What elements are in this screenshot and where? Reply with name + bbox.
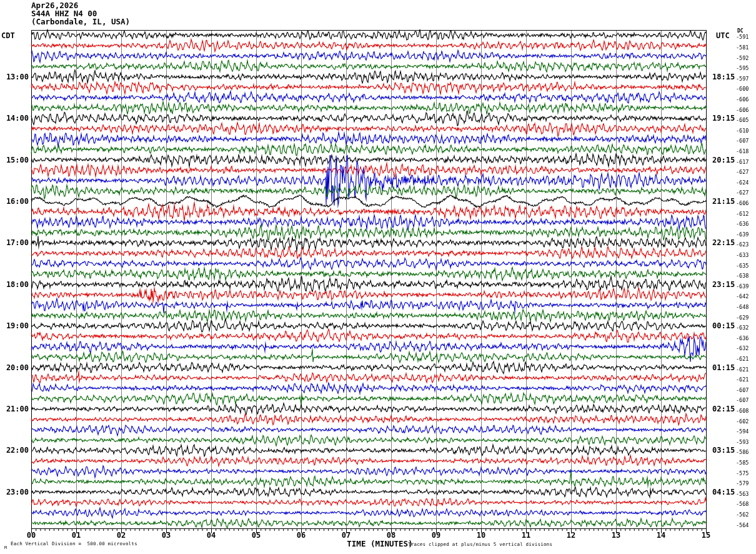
minute-tick-label: 14	[650, 531, 672, 540]
dc-offset-value: -593	[736, 439, 749, 445]
header-location: (Carbondale, IL, USA)	[31, 18, 130, 26]
helicorder-canvas	[0, 0, 756, 554]
dc-offset-value: -632	[736, 325, 749, 331]
utc-time-label: 03:15	[712, 446, 735, 455]
dc-offset-value: -623	[736, 241, 749, 248]
minute-tick-label: 12	[560, 531, 582, 540]
dc-offset-value: -607	[736, 397, 749, 403]
minute-tick-label: 02	[110, 531, 132, 540]
dc-offset-value: -612	[736, 211, 749, 217]
cdt-hour-label: 13:00	[0, 73, 29, 81]
minute-tick-label: 04	[200, 531, 222, 540]
utc-time-label: 04:15	[712, 488, 735, 496]
cdt-hour-label: 21:00	[0, 405, 29, 413]
cdt-hour-label: 20:00	[0, 363, 29, 372]
dc-offset-value: -635	[736, 263, 749, 269]
cdt-hour-label: 14:00	[0, 114, 29, 123]
dc-offset-value: -617	[736, 159, 749, 165]
dc-offset-value: -575	[736, 470, 749, 476]
minute-tick-label: 00	[20, 531, 42, 540]
dc-offset-value: -591	[736, 34, 749, 40]
dc-offset-value: -585	[736, 460, 749, 466]
cdt-hour-label: 22:00	[0, 446, 29, 455]
dc-offset-value: -621	[736, 356, 749, 362]
dc-offset-value: -579	[736, 480, 749, 486]
left-axis-label: CDT	[1, 31, 15, 40]
dc-offset-value: -606	[736, 96, 749, 103]
dc-offset-value: -638	[736, 273, 749, 279]
dc-offset-value: -606	[736, 200, 749, 206]
utc-time-label: 20:15	[712, 156, 735, 164]
dc-offset-value: -618	[736, 148, 749, 154]
minute-tick-label: 09	[425, 531, 447, 540]
utc-time-label: 21:15	[712, 197, 735, 206]
dc-offset-value: -610	[736, 128, 749, 134]
minute-tick-label: 08	[380, 531, 402, 540]
minute-tick-label: 06	[290, 531, 312, 540]
dc-offset-value: -621	[736, 376, 749, 383]
utc-time-label: 01:15	[712, 363, 735, 372]
dc-offset-value: -581	[736, 44, 749, 51]
right-axis-label: UTC	[716, 31, 730, 40]
minute-tick-label: 15	[695, 531, 717, 540]
dc-offset-value: -642	[736, 293, 749, 300]
clip-note: Traces clipped at plus/minus 5 vertical …	[408, 541, 552, 547]
dc-offset-value: -568	[736, 501, 749, 507]
dc-offset-value: -633	[736, 252, 749, 258]
watermark-mark: M	[4, 545, 7, 550]
minute-tick-label: 05	[245, 531, 267, 540]
dc-offset-value: -597	[736, 76, 749, 82]
dc-offset-value: -636	[736, 221, 749, 227]
utc-time-label: 23:15	[712, 280, 735, 289]
dc-offset-value: -595	[736, 65, 749, 71]
dc-offset-value: -602	[736, 418, 749, 425]
dc-offset-value: -600	[736, 86, 749, 92]
dc-offset-value: -629	[736, 315, 749, 321]
dc-offset-value: -627	[736, 169, 749, 175]
minute-tick-label: 03	[155, 531, 177, 540]
dc-offset-value: -594	[736, 428, 749, 435]
dc-offset-value: -608	[736, 408, 749, 414]
minute-tick-label: 07	[335, 531, 357, 540]
minute-tick-label: 13	[605, 531, 627, 540]
cdt-hour-label: 23:00	[0, 488, 29, 496]
dc-offset-value: -639	[736, 231, 749, 238]
dc-offset-value: -627	[736, 189, 749, 196]
cdt-hour-label: 17:00	[0, 238, 29, 247]
dc-offset-value: -607	[736, 387, 749, 393]
utc-time-label: 02:15	[712, 405, 735, 413]
helicorder-page: Apr26,2026 S44A HHZ N4 00 (Carbondale, I…	[0, 0, 756, 554]
dc-offset-value: -564	[736, 522, 749, 528]
dc-offset-value: -648	[736, 304, 749, 310]
dc-offset-value: -563	[736, 491, 749, 497]
dc-column-header: DC	[737, 28, 744, 34]
dc-offset-value: -639	[736, 283, 749, 290]
dc-offset-value: -606	[736, 107, 749, 113]
minute-tick-label: 10	[470, 531, 492, 540]
cdt-hour-label: 18:00	[0, 280, 29, 289]
dc-offset-value: -607	[736, 138, 749, 144]
minute-tick-label: 11	[515, 531, 537, 540]
minute-tick-label: 01	[65, 531, 87, 540]
cdt-hour-label: 16:00	[0, 197, 29, 206]
cdt-hour-label: 15:00	[0, 156, 29, 164]
utc-time-label: 18:15	[712, 73, 735, 81]
dc-offset-value: -621	[736, 366, 749, 373]
dc-offset-value: -605	[736, 117, 749, 123]
dc-offset-value: -636	[736, 335, 749, 341]
utc-time-label: 00:15	[712, 321, 735, 330]
dc-offset-value: -592	[736, 55, 749, 61]
cdt-hour-label: 19:00	[0, 321, 29, 330]
utc-time-label: 19:15	[712, 114, 735, 123]
scale-note: Each Vertical Division = 500.00 microvol…	[11, 541, 137, 546]
dc-offset-value: -624	[736, 179, 749, 186]
dc-offset-value: -632	[736, 345, 749, 351]
utc-time-label: 22:15	[712, 238, 735, 247]
dc-offset-value: -586	[736, 449, 749, 455]
dc-offset-value: -562	[736, 511, 749, 518]
